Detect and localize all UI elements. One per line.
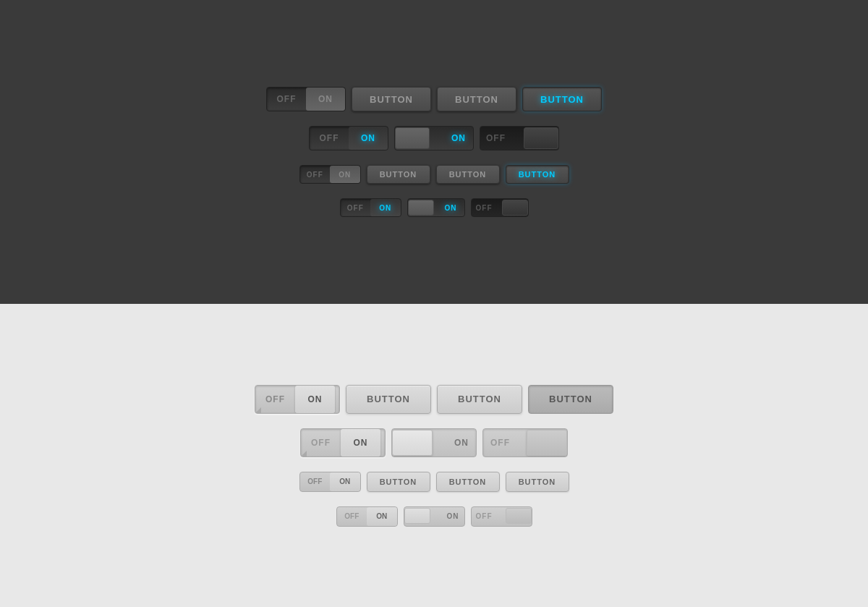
toggle-light-on-2: ON xyxy=(341,429,380,457)
toggle-dark-lg-2-on[interactable]: OFF ON xyxy=(309,126,388,150)
slider-light-sm-on[interactable]: ON xyxy=(404,506,465,527)
toggle-sm-on-2: ON xyxy=(370,199,401,216)
dark-btn-3-active[interactable]: BUTTON xyxy=(522,87,602,111)
toggle-dark-sm-1[interactable]: OFF ON xyxy=(299,165,361,184)
toggle-light-sm-on-1: ON xyxy=(330,472,360,491)
dark-small-row2: OFF ON ON OFF xyxy=(340,198,529,217)
toggle-sm-off-2: OFF xyxy=(341,199,371,216)
dark-btn-1[interactable]: BUTTON xyxy=(352,87,431,111)
slider-dark-off[interactable]: OFF xyxy=(480,126,559,150)
slider-light-sm-off[interactable]: OFF xyxy=(471,506,532,527)
slider-light-off[interactable]: OFF xyxy=(482,428,568,457)
light-btn-2[interactable]: BUTTON xyxy=(437,385,522,414)
slider-light-off-text: OFF xyxy=(490,438,510,448)
toggle-sm-off-1: OFF xyxy=(300,166,331,183)
slider-sm-on-text: ON xyxy=(445,204,457,212)
light-small-row2: OFF ON ON OFF xyxy=(336,506,532,527)
slider-light-sm-on-text: ON xyxy=(447,512,459,520)
dark-sm-btn-2[interactable]: BUTTON xyxy=(436,165,500,184)
light-large-row2: OFF ON ON OFF xyxy=(300,428,568,457)
light-large-row1: OFF ON BUTTON BUTTON BUTTON xyxy=(255,385,613,414)
toggle-dark-sm-2-on[interactable]: OFF ON xyxy=(340,198,401,217)
toggle-light-sm-off-2: OFF xyxy=(337,507,367,526)
dark-section: OFF ON BUTTON BUTTON BUTTON OFF ON ON OF… xyxy=(0,0,868,304)
slider-sm-off-text: OFF xyxy=(476,204,493,212)
toggle-light-off-2: OFF xyxy=(301,429,341,457)
slider-knob-1 xyxy=(395,127,430,149)
slider-light-sm-knob-1 xyxy=(404,508,430,524)
light-btn-1[interactable]: BUTTON xyxy=(346,385,431,414)
dark-large-row1: OFF ON BUTTON BUTTON BUTTON xyxy=(266,87,602,111)
slider-light-on-text: ON xyxy=(454,438,469,448)
toggle-off-label-1: OFF xyxy=(267,88,306,111)
dark-large-row2: OFF ON ON OFF xyxy=(309,126,559,150)
dark-sm-btn-3-active[interactable]: BUTTON xyxy=(506,165,569,184)
slider-sm-knob-2 xyxy=(502,200,528,216)
toggle-light-sm-2[interactable]: OFF ON xyxy=(336,506,398,527)
slider-light-on[interactable]: ON xyxy=(391,428,477,457)
slider-dark-sm-on[interactable]: ON xyxy=(407,198,465,217)
slider-off-text: OFF xyxy=(486,133,506,143)
dark-sm-btn-1[interactable]: BUTTON xyxy=(367,165,430,184)
light-sm-btn-1[interactable]: BUTTON xyxy=(367,472,430,492)
slider-knob-2 xyxy=(524,127,558,149)
slider-light-knob-1 xyxy=(392,430,433,456)
toggle-light-lg-1[interactable]: OFF ON xyxy=(255,385,340,414)
toggle-light-off-1: OFF xyxy=(255,386,295,413)
dark-small-row1: OFF ON BUTTON BUTTON BUTTON xyxy=(299,165,569,184)
toggle-on-label-2: ON xyxy=(349,127,388,150)
light-small-row1: OFF ON BUTTON BUTTON BUTTON xyxy=(299,472,569,492)
light-sm-btn-3[interactable]: BUTTON xyxy=(506,472,569,492)
slider-sm-knob-1 xyxy=(408,200,434,216)
toggle-light-on-1: ON xyxy=(295,386,335,413)
slider-on-text: ON xyxy=(451,133,466,143)
light-sm-btn-2[interactable]: BUTTON xyxy=(436,472,500,492)
slider-dark-on[interactable]: ON xyxy=(394,126,474,150)
toggle-off-label-2: OFF xyxy=(310,127,349,150)
toggle-on-label-1: ON xyxy=(306,88,345,111)
toggle-light-sm-1[interactable]: OFF ON xyxy=(299,472,361,492)
slider-light-sm-off-text: OFF xyxy=(476,512,493,520)
toggle-light-lg-2[interactable]: OFF ON xyxy=(300,428,386,457)
light-section: OFF ON BUTTON BUTTON BUTTON OFF ON ON OF… xyxy=(0,304,868,607)
toggle-light-sm-off-1: OFF xyxy=(300,472,331,491)
toggle-dark-lg-1[interactable]: OFF ON xyxy=(266,87,346,111)
dark-btn-2[interactable]: BUTTON xyxy=(437,87,516,111)
slider-light-sm-knob-2 xyxy=(506,508,532,524)
toggle-sm-on-1: ON xyxy=(330,166,360,183)
slider-light-knob-2 xyxy=(527,430,567,456)
light-btn-3-active[interactable]: BUTTON xyxy=(528,385,613,414)
toggle-light-sm-on-2: ON xyxy=(367,507,397,526)
slider-dark-sm-off[interactable]: OFF xyxy=(471,198,529,217)
